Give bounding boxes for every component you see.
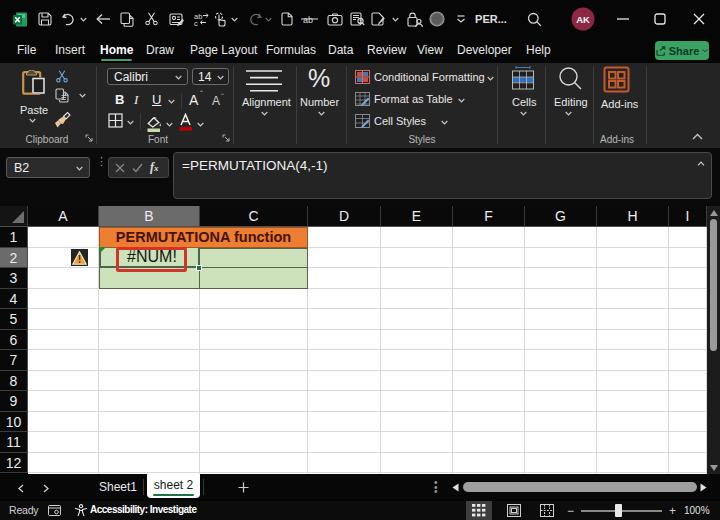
svg-text:AK: AK — [576, 14, 590, 25]
svg-text:c: c — [194, 19, 198, 26]
